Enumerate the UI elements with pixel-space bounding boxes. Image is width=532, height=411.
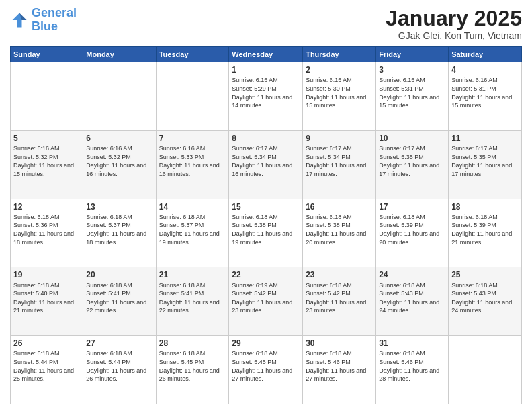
calendar-cell: 10Sunrise: 6:17 AM Sunset: 5:35 PM Dayli… — [376, 130, 449, 199]
calendar-cell — [449, 336, 522, 404]
day-number: 16 — [306, 201, 373, 212]
weekday-header-friday: Friday — [376, 47, 449, 62]
calendar-cell: 21Sunrise: 6:18 AM Sunset: 5:41 PM Dayli… — [156, 267, 229, 336]
weekday-header-thursday: Thursday — [303, 47, 376, 62]
day-info: Sunrise: 6:15 AM Sunset: 5:29 PM Dayligh… — [232, 76, 300, 109]
calendar-cell: 2Sunrise: 6:15 AM Sunset: 5:30 PM Daylig… — [303, 62, 376, 131]
day-number: 25 — [451, 269, 519, 280]
day-info: Sunrise: 6:17 AM Sunset: 5:35 PM Dayligh… — [379, 144, 445, 178]
calendar-cell: 30Sunrise: 6:18 AM Sunset: 5:46 PM Dayli… — [303, 336, 376, 404]
day-number: 4 — [451, 64, 519, 75]
day-number: 11 — [451, 133, 519, 144]
calendar-cell: 9Sunrise: 6:17 AM Sunset: 5:34 PM Daylig… — [303, 130, 376, 199]
calendar-cell: 4Sunrise: 6:16 AM Sunset: 5:31 PM Daylig… — [449, 62, 522, 131]
day-number: 1 — [232, 64, 300, 75]
day-number: 9 — [306, 133, 373, 144]
logo-text: General Blue — [32, 7, 77, 34]
page: General Blue January 2025 GJak Glei, Kon… — [0, 0, 532, 411]
calendar-cell: 16Sunrise: 6:18 AM Sunset: 5:38 PM Dayli… — [303, 199, 376, 267]
day-info: Sunrise: 6:18 AM Sunset: 5:43 PM Dayligh… — [451, 281, 519, 315]
calendar-table: SundayMondayTuesdayWednesdayThursdayFrid… — [10, 46, 522, 404]
day-info: Sunrise: 6:16 AM Sunset: 5:33 PM Dayligh… — [159, 144, 226, 178]
day-info: Sunrise: 6:16 AM Sunset: 5:32 PM Dayligh… — [86, 144, 152, 178]
calendar-cell: 29Sunrise: 6:18 AM Sunset: 5:45 PM Dayli… — [229, 336, 303, 404]
day-info: Sunrise: 6:18 AM Sunset: 5:45 PM Dayligh… — [232, 349, 300, 383]
day-number: 22 — [232, 269, 300, 280]
calendar-cell: 6Sunrise: 6:16 AM Sunset: 5:32 PM Daylig… — [83, 130, 156, 199]
calendar-cell: 22Sunrise: 6:19 AM Sunset: 5:42 PM Dayli… — [229, 267, 303, 336]
calendar-cell: 12Sunrise: 6:18 AM Sunset: 5:36 PM Dayli… — [11, 199, 83, 267]
day-number: 28 — [159, 338, 226, 349]
calendar-week-3: 12Sunrise: 6:18 AM Sunset: 5:36 PM Dayli… — [11, 199, 522, 267]
calendar-subtitle: GJak Glei, Kon Tum, Vietnam — [386, 30, 522, 41]
day-number: 27 — [86, 338, 152, 349]
day-number: 24 — [379, 269, 445, 280]
calendar-cell — [11, 62, 83, 131]
day-number: 23 — [306, 269, 373, 280]
day-info: Sunrise: 6:18 AM Sunset: 5:38 PM Dayligh… — [306, 213, 373, 246]
calendar-week-5: 26Sunrise: 6:18 AM Sunset: 5:44 PM Dayli… — [11, 336, 522, 404]
day-info: Sunrise: 6:18 AM Sunset: 5:46 PM Dayligh… — [379, 349, 445, 383]
calendar-cell: 20Sunrise: 6:18 AM Sunset: 5:41 PM Dayli… — [83, 267, 156, 336]
calendar-cell: 19Sunrise: 6:18 AM Sunset: 5:40 PM Dayli… — [11, 267, 83, 336]
weekday-header-tuesday: Tuesday — [156, 47, 229, 62]
calendar-cell: 3Sunrise: 6:15 AM Sunset: 5:31 PM Daylig… — [376, 62, 449, 131]
calendar-cell: 17Sunrise: 6:18 AM Sunset: 5:39 PM Dayli… — [376, 199, 449, 267]
calendar-cell: 7Sunrise: 6:16 AM Sunset: 5:33 PM Daylig… — [156, 130, 229, 199]
day-info: Sunrise: 6:18 AM Sunset: 5:39 PM Dayligh… — [379, 213, 445, 246]
day-info: Sunrise: 6:17 AM Sunset: 5:35 PM Dayligh… — [451, 144, 519, 178]
day-number: 26 — [13, 338, 80, 349]
day-number: 10 — [379, 133, 445, 144]
day-number: 6 — [86, 133, 152, 144]
weekday-header-saturday: Saturday — [449, 47, 522, 62]
calendar-cell: 23Sunrise: 6:18 AM Sunset: 5:42 PM Dayli… — [303, 267, 376, 336]
weekday-header-sunday: Sunday — [11, 47, 83, 62]
day-number: 30 — [306, 338, 373, 349]
day-number: 14 — [159, 201, 226, 212]
day-number: 31 — [379, 338, 445, 349]
day-info: Sunrise: 6:17 AM Sunset: 5:34 PM Dayligh… — [306, 144, 373, 178]
calendar-cell: 11Sunrise: 6:17 AM Sunset: 5:35 PM Dayli… — [449, 130, 522, 199]
calendar-cell — [83, 62, 156, 131]
day-info: Sunrise: 6:18 AM Sunset: 5:43 PM Dayligh… — [379, 281, 445, 315]
day-info: Sunrise: 6:18 AM Sunset: 5:41 PM Dayligh… — [86, 281, 152, 315]
calendar-week-4: 19Sunrise: 6:18 AM Sunset: 5:40 PM Dayli… — [11, 267, 522, 336]
calendar-cell: 31Sunrise: 6:18 AM Sunset: 5:46 PM Dayli… — [376, 336, 449, 404]
day-info: Sunrise: 6:16 AM Sunset: 5:32 PM Dayligh… — [13, 144, 80, 178]
day-info: Sunrise: 6:15 AM Sunset: 5:30 PM Dayligh… — [306, 76, 373, 109]
calendar-cell: 18Sunrise: 6:18 AM Sunset: 5:39 PM Dayli… — [449, 199, 522, 267]
calendar-cell — [156, 62, 229, 131]
day-number: 20 — [86, 269, 152, 280]
calendar-cell: 13Sunrise: 6:18 AM Sunset: 5:37 PM Dayli… — [83, 199, 156, 267]
day-info: Sunrise: 6:18 AM Sunset: 5:36 PM Dayligh… — [13, 213, 80, 246]
logo: General Blue — [10, 7, 77, 34]
calendar-week-2: 5Sunrise: 6:16 AM Sunset: 5:32 PM Daylig… — [11, 130, 522, 199]
calendar-cell: 28Sunrise: 6:18 AM Sunset: 5:45 PM Dayli… — [156, 336, 229, 404]
day-info: Sunrise: 6:16 AM Sunset: 5:31 PM Dayligh… — [451, 76, 519, 109]
day-info: Sunrise: 6:18 AM Sunset: 5:41 PM Dayligh… — [159, 281, 226, 315]
calendar-cell: 8Sunrise: 6:17 AM Sunset: 5:34 PM Daylig… — [229, 130, 303, 199]
day-info: Sunrise: 6:19 AM Sunset: 5:42 PM Dayligh… — [232, 281, 300, 315]
day-number: 7 — [159, 133, 226, 144]
weekday-header-monday: Monday — [83, 47, 156, 62]
day-number: 17 — [379, 201, 445, 212]
calendar-cell: 1Sunrise: 6:15 AM Sunset: 5:29 PM Daylig… — [229, 62, 303, 131]
day-info: Sunrise: 6:18 AM Sunset: 5:44 PM Dayligh… — [86, 349, 152, 383]
day-number: 19 — [13, 269, 80, 280]
day-info: Sunrise: 6:18 AM Sunset: 5:44 PM Dayligh… — [13, 349, 80, 383]
day-info: Sunrise: 6:18 AM Sunset: 5:37 PM Dayligh… — [86, 213, 152, 246]
logo-icon — [10, 11, 29, 30]
calendar-cell: 25Sunrise: 6:18 AM Sunset: 5:43 PM Dayli… — [449, 267, 522, 336]
day-info: Sunrise: 6:18 AM Sunset: 5:45 PM Dayligh… — [159, 349, 226, 383]
calendar-header: SundayMondayTuesdayWednesdayThursdayFrid… — [11, 47, 522, 62]
title-block: January 2025 GJak Glei, Kon Tum, Vietnam — [386, 7, 522, 41]
day-number: 18 — [451, 201, 519, 212]
day-number: 3 — [379, 64, 445, 75]
day-info: Sunrise: 6:18 AM Sunset: 5:40 PM Dayligh… — [13, 281, 80, 315]
day-number: 13 — [86, 201, 152, 212]
day-number: 2 — [306, 64, 373, 75]
day-info: Sunrise: 6:15 AM Sunset: 5:31 PM Dayligh… — [379, 76, 445, 109]
calendar-title: January 2025 — [386, 7, 522, 30]
calendar-cell: 5Sunrise: 6:16 AM Sunset: 5:32 PM Daylig… — [11, 130, 83, 199]
day-info: Sunrise: 6:18 AM Sunset: 5:38 PM Dayligh… — [232, 213, 300, 246]
